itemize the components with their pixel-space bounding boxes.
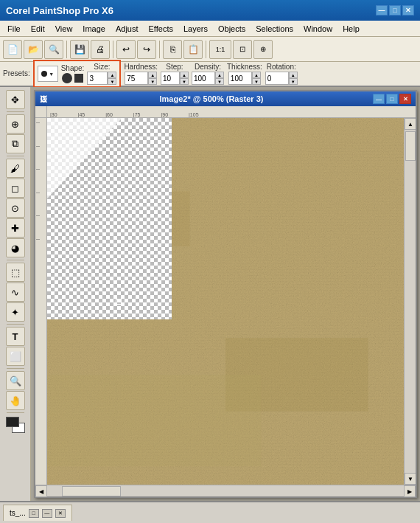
zoom-in-button[interactable]: ⊕ — [253, 40, 273, 59]
menu-view[interactable]: View — [51, 23, 77, 35]
minimize-button[interactable]: — — [376, 5, 388, 15]
size-up-arrow[interactable]: ▲ — [108, 72, 116, 78]
document-title-bar[interactable]: 🖼 Image2* @ 500% (Raster 3) — □ ✕ — [35, 91, 416, 106]
scroll-h-track[interactable] — [47, 485, 404, 496]
menu-edit[interactable]: Edit — [27, 23, 49, 35]
doc-maximize-button[interactable]: □ — [386, 94, 398, 104]
hardness-spinner[interactable]: ▲ ▼ — [125, 72, 157, 85]
magic-wand-tool[interactable]: ✦ — [6, 302, 25, 322]
shape-circle-icon[interactable] — [62, 73, 72, 83]
size-arrows: ▲ ▼ — [108, 72, 116, 85]
maximize-button[interactable]: □ — [389, 5, 401, 15]
scroll-left-button[interactable]: ◀ — [35, 485, 47, 497]
save-button[interactable]: 💾 — [70, 40, 89, 59]
main-area: ✥ ⊕ ⧉ 🖌 ◻ ⊙ ✚ ◕ ⬚ ∿ ✦ T ⬜ 🔍 🤚 🖼 Im — [0, 87, 420, 501]
undo-button[interactable]: ↩ — [116, 40, 136, 59]
size-input[interactable] — [87, 72, 108, 85]
step-input[interactable] — [161, 72, 180, 85]
scroll-v-thumb[interactable] — [405, 131, 416, 161]
canvas-viewport[interactable] — [47, 118, 404, 485]
scroll-right-button[interactable]: ▶ — [404, 485, 416, 497]
thickness-up-arrow[interactable]: ▲ — [252, 72, 261, 78]
close-button[interactable]: ✕ — [402, 5, 414, 15]
canvas-scene — [47, 118, 404, 485]
thickness-down-arrow[interactable]: ▼ — [252, 78, 261, 85]
scroll-v-track[interactable] — [405, 130, 416, 473]
step-spinner[interactable]: ▲ ▼ — [161, 72, 189, 85]
ruler-corner — [35, 106, 47, 118]
hardness-input[interactable] — [125, 72, 148, 85]
copy-button[interactable]: ⎘ — [163, 40, 182, 59]
crop-tool[interactable]: ⧉ — [6, 134, 25, 153]
menu-adjust[interactable]: Adjust — [111, 23, 143, 35]
heal-tool[interactable]: ✚ — [6, 218, 25, 238]
shape-tool[interactable]: ⬜ — [6, 347, 25, 366]
clone-tool[interactable]: ⊙ — [6, 198, 25, 218]
zoom-tool[interactable]: 🔍 — [6, 371, 25, 390]
menu-objects[interactable]: Objects — [214, 23, 250, 35]
foreground-color[interactable] — [6, 417, 19, 427]
size-spinner[interactable]: ▲ ▼ — [87, 72, 116, 85]
browse-button[interactable]: 🔍 — [44, 40, 63, 59]
menu-file[interactable]: File — [3, 23, 25, 35]
menu-window[interactable]: Window — [299, 23, 337, 35]
shape-square-icon[interactable] — [74, 74, 83, 83]
vertical-scrollbar[interactable]: ▲ ▼ — [404, 118, 416, 485]
eraser-tool[interactable]: ◻ — [6, 179, 25, 198]
density-up-arrow[interactable]: ▲ — [215, 72, 224, 78]
status-tab[interactable]: ts_... □ — ✕ — [3, 505, 72, 521]
open-button[interactable]: 📂 — [24, 40, 43, 59]
thickness-spinner[interactable]: ▲ ▼ — [228, 72, 261, 85]
transform-tool[interactable]: ⊕ — [6, 114, 25, 134]
menu-image[interactable]: Image — [78, 23, 110, 35]
pan-tool[interactable]: 🤚 — [6, 391, 25, 410]
tab-minimize-button[interactable]: — — [42, 509, 52, 518]
new-button[interactable]: 📄 — [3, 40, 22, 59]
rotation-input[interactable] — [265, 72, 289, 85]
menu-selections[interactable]: Selections — [251, 23, 298, 35]
doc-close-button[interactable]: ✕ — [399, 94, 411, 104]
ruler-tick-105: |105 — [189, 112, 199, 117]
paste-button[interactable]: 📋 — [183, 40, 203, 59]
density-down-arrow[interactable]: ▼ — [215, 78, 224, 85]
title-bar: Corel PaintShop Pro X6 — □ ✕ — [0, 0, 420, 21]
step-up-arrow[interactable]: ▲ — [180, 72, 189, 78]
title-bar-buttons: — □ ✕ — [376, 5, 414, 15]
size-down-arrow[interactable]: ▼ — [108, 78, 116, 85]
density-input[interactable] — [192, 72, 215, 85]
lasso-tool[interactable]: ∿ — [6, 283, 25, 302]
scroll-h-thumb[interactable] — [62, 486, 121, 496]
density-spinner[interactable]: ▲ ▼ — [192, 72, 224, 85]
rotation-up-arrow[interactable]: ▲ — [289, 72, 298, 78]
selection-tool[interactable]: ⬚ — [6, 263, 25, 282]
step-label: Step: — [166, 63, 183, 71]
hardness-down-arrow[interactable]: ▼ — [148, 78, 157, 85]
scroll-up-button[interactable]: ▲ — [405, 118, 416, 130]
rotation-spinner[interactable]: ▲ ▼ — [265, 72, 298, 85]
doc-minimize-button[interactable]: — — [373, 94, 385, 104]
rotation-down-arrow[interactable]: ▼ — [289, 78, 298, 85]
zoom-100-button[interactable]: 1:1 — [209, 40, 231, 59]
hardness-up-arrow[interactable]: ▲ — [148, 72, 157, 78]
tab-close-button[interactable]: ✕ — [55, 509, 66, 518]
scroll-down-button[interactable]: ▼ — [405, 473, 416, 485]
color-box[interactable] — [6, 417, 25, 433]
menu-help[interactable]: Help — [338, 23, 364, 35]
doc-window-buttons: — □ ✕ — [373, 94, 411, 104]
text-tool[interactable]: T — [6, 327, 25, 346]
step-down-arrow[interactable]: ▼ — [180, 78, 189, 85]
tool-separator-6 — [7, 412, 24, 413]
dodge-tool[interactable]: ◕ — [6, 238, 25, 257]
move-tool[interactable]: ✥ — [6, 90, 25, 109]
menu-effects[interactable]: Effects — [144, 23, 178, 35]
ruler-vtick-2: | — [35, 146, 46, 148]
paint-tool[interactable]: 🖌 — [6, 159, 25, 178]
horizontal-scrollbar[interactable]: ◀ ▶ — [35, 485, 416, 496]
menu-layers[interactable]: Layers — [179, 23, 212, 35]
preset-button[interactable]: ▼ — [38, 66, 58, 82]
zoom-fit-button[interactable]: ⊡ — [233, 40, 252, 59]
print-button[interactable]: 🖨 — [91, 40, 110, 59]
redo-button[interactable]: ↪ — [137, 40, 156, 59]
thickness-input[interactable] — [228, 72, 252, 85]
tab-restore-button[interactable]: □ — [29, 509, 39, 518]
